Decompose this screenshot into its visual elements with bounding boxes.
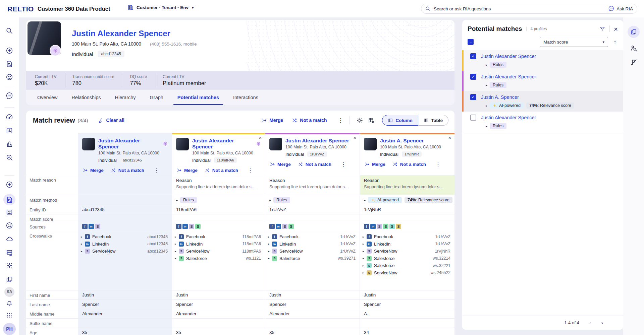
add-record-icon[interactable] [6,181,13,188]
match-item-checkbox[interactable]: ✓ [470,74,476,80]
data-pipeline-icon[interactable] [6,249,13,256]
global-search[interactable]: Search or ask RIA questions Ask RIA [421,4,637,14]
ria-assistant-icon[interactable] [6,92,13,99]
expand-caret-icon[interactable]: ▸ [363,250,367,253]
clear-all-button[interactable]: Clear all [98,118,124,123]
match-item-name[interactable]: Justin A. Spencer [481,94,519,100]
not-a-match-button[interactable]: Not a match [205,168,238,173]
match-profile-name[interactable]: Justin Alexander Spencer [285,138,349,144]
close-column-icon[interactable]: × [448,135,451,141]
expand-caret-icon[interactable]: ▸ [268,250,272,253]
persona-icon[interactable] [6,73,13,81]
match-item-name[interactable]: Justin Alexander Spencer [481,74,536,79]
match-rules-off-icon[interactable] [630,59,637,66]
close-column-icon[interactable]: × [259,135,262,141]
tab-potential-matches[interactable]: Potential matches [170,90,226,105]
expand-caret-icon[interactable]: ▸ [486,104,490,108]
potential-match-item-1[interactable]: ✓Justin Alexander Spencer ▸Rules [462,50,623,71]
merge-button[interactable]: Merge [83,168,104,173]
match-profile-name[interactable]: Justin Alexander Spencer [192,138,261,150]
ask-ria-button[interactable]: Ask RIA [608,6,633,12]
expand-caret-icon[interactable]: ▸ [268,242,272,246]
expand-caret-icon[interactable]: ▸ [175,242,179,246]
expand-caret-icon[interactable]: ▸ [363,264,367,267]
expand-caret-icon[interactable]: ▸ [175,257,179,260]
expand-caret-icon[interactable]: ▸ [363,235,367,239]
expand-caret-icon[interactable]: ▸ [363,271,367,274]
dashboard-icon[interactable] [6,113,13,121]
sort-by-select[interactable]: Match score ▾ [540,37,608,47]
match-item-name[interactable]: Justin Alexander Spencer [481,54,536,59]
sort-direction-button[interactable]: ↑ [613,39,616,46]
select-all-checkbox[interactable]: – [468,39,474,45]
match-profile-name[interactable]: Justin A. Spencer [380,138,441,144]
expand-caret-icon[interactable]: ▸ [268,257,272,260]
expand-caret-icon[interactable]: ▸ [486,83,490,87]
profile-search-icon[interactable] [630,45,637,52]
expand-caret-icon[interactable]: ▸ [175,235,179,239]
merge-button[interactable]: Merge [261,118,283,123]
potential-match-item-4[interactable]: Justin Alexander Spencer ▸Rules [462,112,623,132]
match-item-checkbox[interactable] [470,115,476,121]
expand-caret-icon[interactable]: ▸ [486,124,490,128]
expand-caret-icon[interactable]: ▸ [81,250,85,253]
match-review-icon[interactable] [3,194,15,205]
match-item-checkbox[interactable]: ✓ [470,94,476,100]
pagination-prev-button[interactable]: ‹ [589,320,591,326]
expand-caret-icon[interactable]: ▸ [268,235,272,239]
tab-relationships[interactable]: Relationships [64,90,108,105]
column-more-menu[interactable]: ⋮ [246,167,255,174]
expand-caret-icon[interactable]: ▸ [175,250,179,253]
merge-button[interactable]: Merge [365,162,385,167]
expand-caret-icon[interactable]: ▸ [81,242,85,246]
create-profile-icon[interactable] [6,47,13,54]
expand-caret-icon[interactable]: ▸ [486,63,490,67]
column-more-menu[interactable]: ⋮ [339,161,348,168]
notifications-icon[interactable] [6,299,13,307]
pagination-next-button[interactable]: › [601,320,603,326]
expand-caret-icon[interactable]: ▸ [81,235,85,239]
integration-hub-icon[interactable] [6,262,13,269]
review-more-menu[interactable]: ⋮ [335,117,345,124]
potential-match-item-3[interactable]: ✓Justin A. Spencer ▸ AI-powered 74%: Rel… [462,91,623,112]
tenant-selector[interactable]: Customer - Tenant - Env ▾ [127,4,194,11]
not-a-match-button[interactable]: Not a match [298,162,331,167]
expand-caret-icon[interactable]: ▸ [363,257,367,260]
not-a-match-button[interactable]: Not a match [292,118,327,123]
tab-overview[interactable]: Overview [30,90,64,105]
not-a-match-button[interactable]: Not a match [111,168,144,173]
tab-interactions[interactable]: Interactions [226,90,265,105]
avatar-sa[interactable]: SA [4,287,14,297]
table-view-button[interactable]: Table [418,115,448,126]
customers-icon[interactable] [6,222,13,229]
column-more-menu[interactable]: ⋮ [152,167,161,174]
profile-lookup-icon[interactable] [6,60,13,68]
not-a-match-button[interactable]: Not a match [393,162,426,167]
expand-caret-icon[interactable]: ▸ [269,198,273,202]
filter-funnel-icon[interactable] [599,26,605,32]
panel-close-icon[interactable]: × [614,25,618,32]
analytics-icon[interactable] [6,127,13,134]
avatar-ph[interactable]: PH [3,323,16,335]
settings-gear-icon[interactable] [357,117,363,124]
insights-icon[interactable] [6,154,13,161]
column-view-button[interactable]: Column [382,115,418,126]
profile-name[interactable]: Justin Alexander Spencer [72,29,197,38]
tab-hierarchy[interactable]: Hierarchy [108,90,143,105]
cloud-icon[interactable] [6,235,13,243]
close-column-icon[interactable]: × [353,135,357,141]
potential-match-item-2[interactable]: ✓Justin Alexander Spencer ▸Rules [462,71,623,91]
duplicates-icon[interactable] [6,276,13,283]
reports-icon[interactable] [6,140,13,148]
app-launcher-icon[interactable] [6,312,13,319]
compare-profiles-button[interactable] [628,26,640,38]
expand-caret-icon[interactable]: ▸ [176,198,180,202]
tab-graph[interactable]: Graph [143,90,170,105]
match-profile-name[interactable]: Justin Alexander Spencer [98,138,168,150]
merge-button[interactable]: Merge [177,168,198,173]
match-item-checkbox[interactable]: ✓ [470,53,476,59]
table-settings-icon[interactable] [368,117,375,124]
merge-button[interactable]: Merge [270,162,291,167]
expand-caret-icon[interactable]: ▸ [364,198,368,202]
search-nav-icon[interactable] [6,27,13,35]
